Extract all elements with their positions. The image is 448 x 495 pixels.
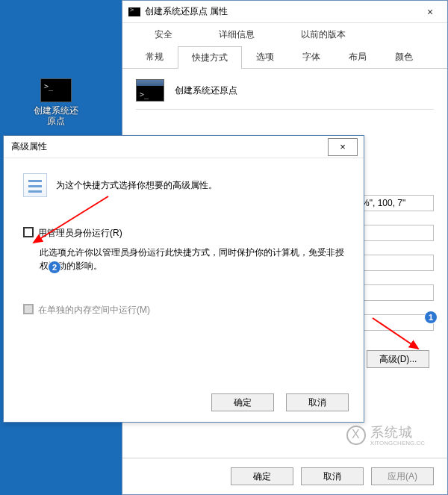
properties-title: 创建系统还原点 属性 [145,5,413,18]
separate-memory-row: 在单独的内存空间中运行(M) [23,304,344,317]
advanced-title: 高级属性 [11,140,328,153]
watermark: 系统城 XITONGCHENG.CC [346,423,425,446]
tab-font[interactable]: 字体 [288,46,335,68]
tab-options[interactable]: 选项 [242,46,288,68]
close-button[interactable]: × [328,138,358,156]
desktop-shortcut-label: 创建系统还 原点 [30,105,82,126]
run-as-admin-row: 用管理员身份运行(R) [23,227,344,240]
tab-layout[interactable]: 布局 [335,46,381,68]
advanced-header-text: 为这个快捷方式选择你想要的高级属性。 [56,179,217,192]
cancel-button[interactable]: 取消 [301,467,364,485]
cmd-icon [136,79,164,102]
tab-security[interactable]: 安全 [131,23,196,46]
run-as-admin-description: 此选项允许你以管理员身份运行此快捷方式，同时保护你的计算机，免受非授权活动的影响… [40,246,344,273]
advanced-button[interactable]: 高级(D)... [367,350,429,368]
annotation-badge-2: 2 [49,261,60,273]
apply-button[interactable]: 应用(A) [371,467,434,485]
advanced-titlebar: 高级属性 × [4,136,364,158]
advanced-button-bar: 确定 取消 [4,383,364,422]
watermark-logo-icon [346,426,366,445]
ok-button[interactable]: 确定 [231,467,293,485]
properties-list-icon [23,173,47,197]
run-as-admin-label: 用管理员身份运行(R) [38,227,122,240]
separate-memory-checkbox [23,304,34,314]
run-as-admin-checkbox[interactable] [23,227,34,237]
properties-button-bar: 确定 取消 应用(A) [122,458,447,494]
annotation-arrow [26,192,116,252]
shortcut-name: 创建系统还原点 [175,84,237,97]
close-button[interactable]: × [413,1,447,23]
cmd-icon [128,7,140,16]
tab-shortcut[interactable]: 快捷方式 [178,46,242,69]
ok-button[interactable]: 确定 [211,393,274,411]
properties-titlebar: 创建系统还原点 属性 × [122,1,447,23]
properties-body: 创建系统还原点 [122,69,447,131]
cmd-icon [40,78,72,102]
desktop-shortcut[interactable]: 创建系统还 原点 [30,78,82,126]
tab-details[interactable]: 详细信息 [196,23,278,46]
watermark-text: 系统城 [370,425,413,440]
advanced-dialog: 高级属性 × 为这个快捷方式选择你想要的高级属性。 用管理员身份运行(R) 2 … [3,135,364,423]
tab-previous-versions[interactable]: 以前的版本 [278,23,369,46]
cancel-button[interactable]: 取消 [286,393,349,411]
properties-tabs: 安全 详细信息 以前的版本 常规 快捷方式 选项 字体 布局 颜色 [122,23,447,69]
separate-memory-label: 在单独的内存空间中运行(M) [38,304,150,317]
separator [136,109,434,110]
watermark-subtext: XITONGCHENG.CC [370,440,425,446]
annotation-badge-1: 1 [425,311,437,323]
tab-colors[interactable]: 颜色 [381,46,427,68]
tab-general[interactable]: 常规 [131,46,178,68]
